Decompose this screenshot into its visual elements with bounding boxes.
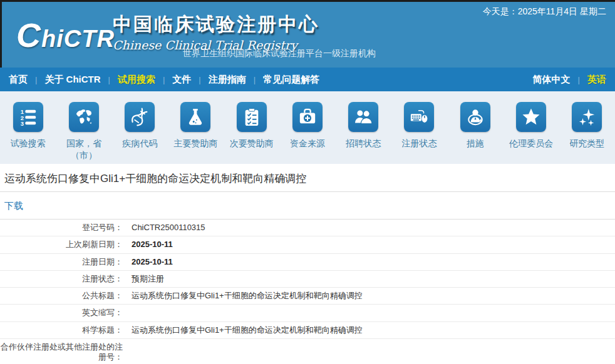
quicklink-label: 次要赞助商 bbox=[224, 138, 279, 149]
quicklink-label: 国家，省 bbox=[56, 138, 111, 149]
table-row: 上次刷新日期：2025-10-11 bbox=[0, 236, 615, 253]
table-row: 注册状态：预期注册 bbox=[0, 270, 615, 287]
flask-icon bbox=[180, 102, 210, 132]
world-map-icon bbox=[69, 102, 99, 132]
nav-item[interactable]: 注册指南 bbox=[209, 74, 246, 86]
quicklink-item[interactable]: 措施 bbox=[447, 102, 503, 164]
table-row: 登记号码：ChiCTR2500110315 bbox=[0, 220, 615, 236]
doctor-icon bbox=[460, 102, 490, 132]
nav-item[interactable]: 常见问题解答 bbox=[263, 74, 319, 86]
svg-text:3: 3 bbox=[20, 121, 23, 126]
sparkles-icon bbox=[572, 102, 602, 132]
quicklink-item[interactable]: 主要赞助商 bbox=[168, 102, 224, 164]
medical-bag-icon bbox=[292, 102, 323, 132]
quicklink-label: 疾病代码 bbox=[112, 138, 168, 149]
clipboard-checklist-icon bbox=[237, 102, 267, 132]
row-label: 合作伙伴注册处或其他注册处的注册号： bbox=[0, 338, 132, 364]
quicklink-item[interactable]: 疾病代码 bbox=[112, 102, 168, 164]
quicklink-label: 资金来源 bbox=[279, 138, 335, 149]
language-option[interactable]: 简体中文 bbox=[533, 74, 571, 86]
row-label: 英文缩写： bbox=[0, 305, 132, 321]
site-header: ChiCTR 中国临床试验注册中心 Chinese Clinical Trial… bbox=[0, 0, 615, 68]
row-label: 注册状态： bbox=[0, 270, 132, 287]
quicklink-item[interactable]: 招聘状态 bbox=[336, 102, 391, 164]
table-row: 英文缩写： bbox=[0, 305, 615, 321]
row-value bbox=[132, 338, 615, 364]
trial-detail-table: 登记号码：ChiCTR2500110315上次刷新日期：2025-10-11注册… bbox=[0, 220, 615, 364]
download-row: 下载 bbox=[0, 192, 615, 220]
download-link[interactable]: 下载 bbox=[4, 200, 23, 211]
language-switcher: 简体中文|英语 bbox=[533, 74, 606, 86]
trial-detail: 运动系统伤口修复中Gli1+干细胞的命运决定机制和靶向精确调控 下载 登记号码：… bbox=[0, 164, 615, 364]
row-value bbox=[132, 305, 615, 321]
dna-icon bbox=[125, 102, 155, 132]
nav-menu: 首页|关于 ChiCTR|试用搜索|文件|注册指南|常见问题解答 bbox=[9, 74, 319, 86]
numbered-list-icon: 123 bbox=[13, 102, 43, 132]
row-label: 科学标题： bbox=[0, 321, 132, 338]
quicklink-item[interactable]: 123试验搜索 bbox=[0, 102, 56, 164]
quicklink-label: 招聘状态 bbox=[336, 138, 391, 149]
nav-separator: | bbox=[108, 75, 110, 84]
nav-separator: | bbox=[163, 75, 165, 84]
row-value: 2025-10-11 bbox=[132, 236, 615, 253]
keyboard-mouse-icon bbox=[404, 102, 434, 132]
site-titles: 中国临床试验注册中心 Chinese Clinical Trial Regist… bbox=[113, 12, 319, 52]
quicklink-label-line2: （市） bbox=[56, 149, 111, 161]
table-row: 科学标题：运动系统伤口修复中Gli1+干细胞的命运决定机制和靶向精确调控 bbox=[0, 321, 615, 338]
row-label: 登记号码： bbox=[0, 220, 132, 236]
quicklink-label: 试验搜索 bbox=[0, 138, 56, 149]
quicklink-item[interactable]: 国家，省（市） bbox=[56, 102, 111, 164]
table-row: 注册日期：2025-10-11 bbox=[0, 253, 615, 270]
page-title: 运动系统伤口修复中Gli1+干细胞的命运决定机制和靶向精确调控 bbox=[0, 164, 615, 192]
table-row: 合作伙伴注册处或其他注册处的注册号： bbox=[0, 338, 615, 364]
quicklink-item[interactable]: 注册状态 bbox=[391, 102, 447, 164]
people-icon bbox=[348, 102, 378, 132]
row-value: 预期注册 bbox=[132, 270, 615, 287]
nav-item[interactable]: 文件 bbox=[172, 74, 191, 86]
nav-separator: | bbox=[199, 75, 200, 84]
nav-separator: | bbox=[578, 75, 580, 84]
row-value: ChiCTR2500110315 bbox=[132, 220, 615, 236]
nav-item[interactable]: 首页 bbox=[9, 74, 28, 86]
star-icon bbox=[516, 102, 546, 132]
row-label: 注册日期： bbox=[0, 253, 132, 270]
language-option[interactable]: 英语 bbox=[587, 74, 606, 86]
nav-item[interactable]: 试用搜索 bbox=[118, 74, 155, 86]
nav-separator: | bbox=[254, 75, 256, 84]
row-label: 公共标题： bbox=[0, 288, 132, 305]
nav-separator: | bbox=[35, 75, 37, 84]
site-title-chinese: 中国临床试验注册中心 bbox=[113, 12, 319, 38]
quicklink-item[interactable]: 伦理委员会 bbox=[503, 102, 559, 164]
table-row: 公共标题：运动系统伤口修复中Gli1+干细胞的命运决定机制和靶向精确调控 bbox=[0, 288, 615, 305]
quicklink-item[interactable]: 研究类型 bbox=[559, 102, 615, 164]
quicklink-label: 主要赞助商 bbox=[168, 138, 224, 149]
who-platform-subtitle: 世界卫生组织国际临床试验注册平台一级注册机构 bbox=[183, 48, 376, 59]
row-value: 运动系统伤口修复中Gli1+干细胞的命运决定机制和靶向精确调控 bbox=[132, 321, 615, 338]
row-value: 2025-10-11 bbox=[132, 253, 615, 270]
quicklink-label: 研究类型 bbox=[559, 138, 615, 149]
today-date: 今天是：2025年11月4日 星期二 bbox=[483, 6, 606, 18]
chictr-logo[interactable]: ChiCTR bbox=[16, 16, 115, 58]
quicklink-item[interactable]: 次要赞助商 bbox=[224, 102, 279, 164]
row-label: 上次刷新日期： bbox=[0, 236, 132, 253]
quicklink-item[interactable]: 资金来源 bbox=[279, 102, 335, 164]
main-nav: 首页|关于 ChiCTR|试用搜索|文件|注册指南|常见问题解答 简体中文|英语 bbox=[0, 68, 615, 91]
quicklink-label: 措施 bbox=[447, 138, 503, 149]
quicklink-label: 伦理委员会 bbox=[503, 138, 559, 149]
row-value: 运动系统伤口修复中Gli1+干细胞的命运决定机制和靶向精确调控 bbox=[132, 288, 615, 305]
nav-item[interactable]: 关于 ChiCTR bbox=[44, 74, 100, 86]
quicklink-label: 注册状态 bbox=[391, 138, 447, 149]
quicklinks-bar: 123试验搜索国家，省（市）疾病代码主要赞助商次要赞助商资金来源招聘状态注册状态… bbox=[0, 91, 615, 164]
